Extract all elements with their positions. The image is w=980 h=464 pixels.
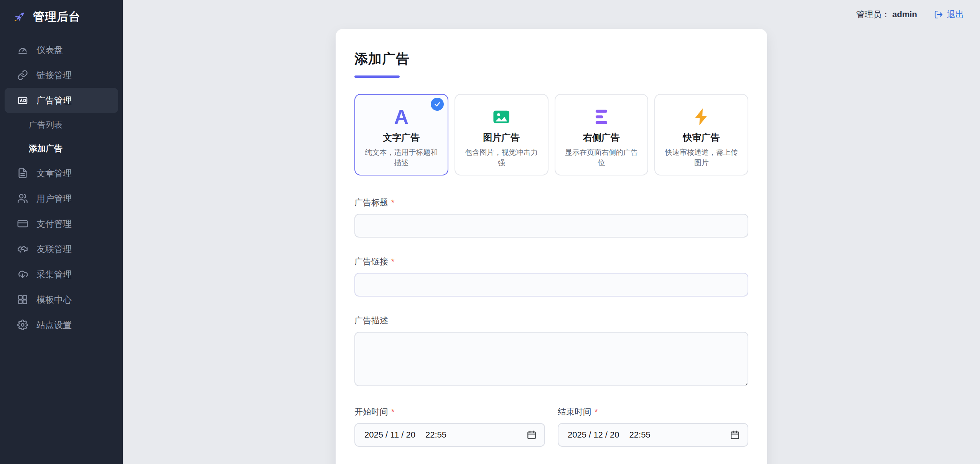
required-mark: * bbox=[391, 198, 395, 207]
sidebar-item-label: 用户管理 bbox=[36, 193, 72, 205]
calendar-icon[interactable] bbox=[527, 430, 537, 440]
end-time-value[interactable]: 22:55 bbox=[629, 430, 651, 440]
page-title: 添加广告 bbox=[354, 50, 748, 68]
title-underline bbox=[354, 75, 400, 78]
sidebar-item-collection[interactable]: 采集管理 bbox=[0, 262, 123, 287]
credit-card-icon bbox=[17, 218, 28, 229]
ad-type-desc: 显示在页面右侧的广告位 bbox=[562, 148, 642, 168]
sidebar-item-label: 广告管理 bbox=[36, 95, 72, 107]
ad-type-desc: 快速审核通道，需上传图片 bbox=[661, 148, 741, 168]
ad-desc-textarea[interactable] bbox=[354, 332, 748, 386]
start-time-field: 开始时间* 2025 / 11 / 20 22:55 bbox=[354, 406, 545, 447]
start-date-value[interactable]: 2025 / 11 / 20 bbox=[364, 430, 415, 440]
sidebar-item-label: 链接管理 bbox=[36, 69, 72, 81]
selected-check-badge bbox=[431, 98, 444, 111]
sidebar-item-settings[interactable]: 站点设置 bbox=[0, 312, 123, 338]
sidebar-item-users[interactable]: 用户管理 bbox=[0, 186, 123, 211]
sidebar-item-label: 模板中心 bbox=[36, 294, 72, 306]
logo: 管理后台 bbox=[0, 0, 123, 33]
end-time-label: 结束时间* bbox=[558, 406, 748, 418]
gauge-icon bbox=[17, 44, 28, 55]
ad-link-field: 广告链接* bbox=[354, 256, 748, 297]
end-date-value[interactable]: 2025 / 12 / 20 bbox=[568, 430, 619, 440]
sidebar-item-label: 站点设置 bbox=[36, 319, 72, 331]
ad-title-field: 广告标题* bbox=[354, 197, 748, 238]
ad-title-input[interactable] bbox=[354, 214, 748, 238]
end-time-input[interactable]: 2025 / 12 / 20 22:55 bbox=[558, 423, 748, 447]
template-grid-icon bbox=[17, 294, 28, 305]
sidebar-nav: 仪表盘 链接管理 广告管理 广告列表 bbox=[0, 37, 123, 338]
users-icon bbox=[17, 193, 28, 204]
sidebar-item-articles[interactable]: 文章管理 bbox=[0, 161, 123, 186]
ad-type-desc: 包含图片，视觉冲击力强 bbox=[461, 148, 542, 168]
datetime-row: 开始时间* 2025 / 11 / 20 22:55 结束时间* 2025 / … bbox=[354, 406, 748, 447]
image-icon bbox=[461, 106, 542, 128]
main-content: 添加广告 A 文字广告 纯文本，适用于标题和描述 bbox=[123, 0, 980, 464]
sidebar-item-dashboard[interactable]: 仪表盘 bbox=[0, 37, 123, 62]
logo-text: 管理后台 bbox=[33, 9, 81, 25]
letter-a-icon: A bbox=[361, 106, 441, 128]
ad-desc-label: 广告描述 bbox=[354, 315, 748, 326]
start-time-input[interactable]: 2025 / 11 / 20 22:55 bbox=[354, 423, 545, 447]
sidebar-item-label: 支付管理 bbox=[36, 218, 72, 230]
sidebar-item-label: 文章管理 bbox=[36, 167, 72, 179]
sidebar-item-ads[interactable]: 广告管理 bbox=[5, 88, 118, 113]
ad-type-selector: A 文字广告 纯文本，适用于标题和描述 图片广告 包含图片，视觉冲击力强 bbox=[354, 94, 748, 175]
required-mark: * bbox=[391, 407, 395, 416]
sidebar-item-links[interactable]: 链接管理 bbox=[0, 62, 123, 88]
required-mark: * bbox=[391, 257, 395, 266]
lightning-icon bbox=[661, 106, 741, 128]
cloud-download-icon bbox=[17, 269, 28, 280]
sidebar-item-label: 友联管理 bbox=[36, 243, 72, 255]
article-icon bbox=[17, 168, 28, 179]
sidebar-item-friend-links[interactable]: 友联管理 bbox=[0, 236, 123, 262]
end-time-field: 结束时间* 2025 / 12 / 20 22:55 bbox=[558, 406, 748, 447]
add-ad-card: 添加广告 A 文字广告 纯文本，适用于标题和描述 bbox=[336, 29, 767, 464]
handshake-icon bbox=[17, 244, 28, 254]
sidebar-item-payments[interactable]: 支付管理 bbox=[0, 211, 123, 236]
ad-type-name: 右侧广告 bbox=[562, 131, 642, 144]
rocket-logo-icon bbox=[12, 10, 27, 25]
ad-link-label: 广告链接* bbox=[354, 256, 748, 267]
sidebar-item-label: 采集管理 bbox=[36, 269, 72, 280]
start-time-label: 开始时间* bbox=[354, 406, 545, 418]
ad-icon bbox=[17, 95, 28, 106]
ad-type-name: 文字广告 bbox=[361, 131, 441, 144]
ad-type-name: 图片广告 bbox=[461, 131, 542, 144]
gear-icon bbox=[17, 320, 28, 330]
ad-type-card-right-side[interactable]: 右侧广告 显示在页面右侧的广告位 bbox=[555, 94, 649, 175]
ads-submenu: 广告列表 添加广告 bbox=[0, 113, 123, 161]
ad-type-card-text[interactable]: A 文字广告 纯文本，适用于标题和描述 bbox=[354, 94, 448, 175]
sidebar-subitem-label: 添加广告 bbox=[29, 143, 63, 154]
sidebar: 管理后台 仪表盘 链接管理 bbox=[0, 0, 123, 464]
calendar-icon[interactable] bbox=[730, 430, 740, 440]
sidebar-item-label: 仪表盘 bbox=[36, 44, 63, 56]
ad-type-name: 快审广告 bbox=[661, 131, 741, 144]
sidebar-subitem-ad-list[interactable]: 广告列表 bbox=[0, 113, 123, 137]
sidebar-item-templates[interactable]: 模板中心 bbox=[0, 287, 123, 312]
ad-type-card-fast-review[interactable]: 快审广告 快速审核通道，需上传图片 bbox=[654, 94, 748, 175]
link-icon bbox=[17, 70, 28, 80]
ad-link-input[interactable] bbox=[354, 273, 748, 297]
sidebar-subitem-add-ad[interactable]: 添加广告 bbox=[0, 137, 123, 161]
sidebar-subitem-label: 广告列表 bbox=[29, 119, 63, 131]
ad-type-card-image[interactable]: 图片广告 包含图片，视觉冲击力强 bbox=[455, 94, 548, 175]
ad-type-desc: 纯文本，适用于标题和描述 bbox=[361, 148, 441, 168]
list-lines-icon bbox=[562, 106, 642, 128]
ad-title-label: 广告标题* bbox=[354, 197, 748, 208]
ad-desc-field: 广告描述 bbox=[354, 315, 748, 388]
start-time-value[interactable]: 22:55 bbox=[425, 430, 446, 440]
required-mark: * bbox=[595, 407, 598, 416]
